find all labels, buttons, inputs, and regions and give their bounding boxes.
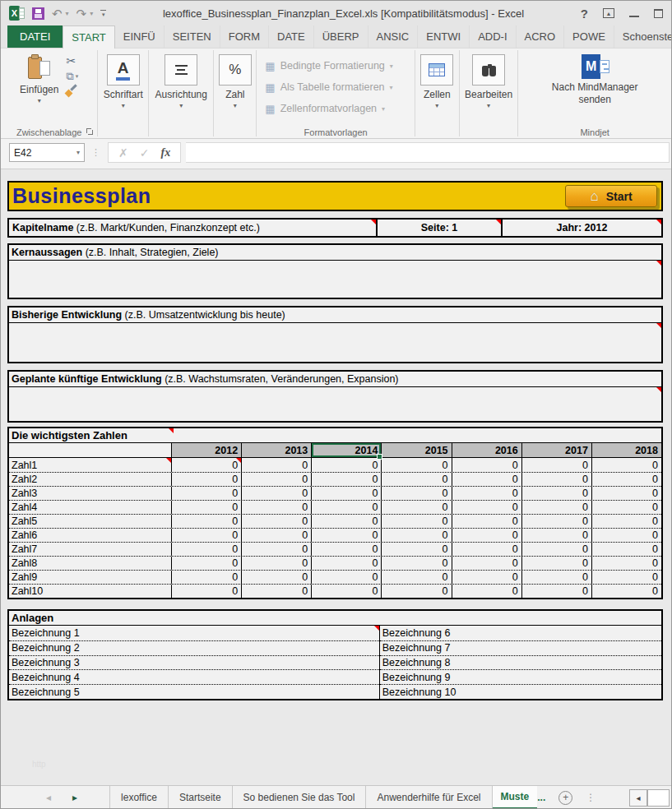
- cell-zahl8-2018[interactable]: 0: [591, 557, 661, 570]
- font-button[interactable]: A Schriftart ▾: [104, 53, 143, 109]
- cell-zahl1-2015[interactable]: 0: [381, 458, 451, 472]
- cell-zahl7-2014[interactable]: 0: [311, 543, 381, 556]
- cell-zahl2-2015[interactable]: 0: [381, 473, 451, 486]
- cell-zahl3-2012[interactable]: 0: [171, 487, 241, 500]
- ribbon-tab-entwi[interactable]: ENTWI: [418, 25, 470, 48]
- cell-zahl10-2017[interactable]: 0: [521, 585, 591, 598]
- sheet-tab-startseite[interactable]: Startseite: [169, 786, 233, 809]
- row-label-zahl4[interactable]: Zahl4: [9, 501, 171, 514]
- cell-zahl1-2013[interactable]: 0: [241, 458, 311, 472]
- ribbon-tab-date[interactable]: DATE: [269, 25, 314, 48]
- redo-icon[interactable]: ↷: [76, 7, 87, 20]
- cell-zahl3-2017[interactable]: 0: [521, 487, 591, 500]
- cell-zahl8-2014[interactable]: 0: [311, 557, 381, 570]
- ribbon-display-options-icon[interactable]: ▲: [603, 8, 614, 18]
- cell-zahl9-2016[interactable]: 0: [452, 571, 521, 584]
- attachment-item-bezeichnung-9[interactable]: Bezeichnung 9: [380, 669, 661, 684]
- cell-zahl8-2016[interactable]: 0: [452, 557, 521, 570]
- cell-zahl5-2016[interactable]: 0: [452, 515, 521, 528]
- ribbon-tab-add-i[interactable]: ADD-I: [470, 25, 516, 48]
- cell-zahl10-2013[interactable]: 0: [241, 585, 311, 598]
- cell-zahl1-2012[interactable]: 0: [171, 458, 241, 472]
- enter-icon[interactable]: ✓: [140, 146, 150, 159]
- cell-zahl5-2018[interactable]: 0: [591, 515, 661, 528]
- quick-access-customize-icon[interactable]: ▾: [100, 10, 106, 17]
- attachment-item-bezeichnung-2[interactable]: Bezeichnung 2: [9, 640, 379, 655]
- name-box-dropdown-icon[interactable]: ▾: [76, 149, 80, 156]
- year-cell[interactable]: Jahr: 2012: [501, 218, 663, 238]
- paste-dropdown-icon[interactable]: ▾: [38, 97, 41, 104]
- ribbon-tab-ansic[interactable]: ANSIC: [368, 25, 419, 48]
- row-label-zahl7[interactable]: Zahl7: [9, 543, 171, 556]
- cell-zahl7-2015[interactable]: 0: [381, 543, 451, 556]
- row-label-zahl10[interactable]: Zahl10: [9, 585, 171, 598]
- cell-zahl9-2018[interactable]: 0: [591, 571, 661, 584]
- insert-function-icon[interactable]: fx: [160, 146, 170, 159]
- cell-zahl9-2017[interactable]: 0: [521, 571, 591, 584]
- conditional-formatting-button[interactable]: ▦ Bedingte Formatierung ▾: [260, 55, 411, 76]
- cell-zahl10-2015[interactable]: 0: [381, 585, 451, 598]
- maximize-icon[interactable]: [654, 9, 663, 18]
- section-bisherige-input[interactable]: [9, 323, 661, 362]
- name-box[interactable]: E42 ▾: [9, 143, 85, 162]
- row-label-zahl2[interactable]: Zahl2: [9, 473, 171, 486]
- cell-zahl4-2015[interactable]: 0: [381, 501, 451, 514]
- year-header-2013[interactable]: 2013: [241, 443, 311, 457]
- undo-icon[interactable]: ↶: [52, 7, 63, 20]
- year-header-2015[interactable]: 2015: [381, 443, 451, 457]
- row-label-zahl9[interactable]: Zahl9: [9, 571, 171, 584]
- worksheet-area[interactable]: Businessplan ⌂ Start Kapitelname (z.B. M…: [1, 169, 671, 785]
- attachment-item-bezeichnung-8[interactable]: Bezeichnung 8: [380, 655, 661, 670]
- editing-button[interactable]: Bearbeiten ▾: [465, 53, 512, 109]
- cell-zahl6-2017[interactable]: 0: [521, 529, 591, 542]
- attachment-item-bezeichnung-6[interactable]: Bezeichnung 6: [380, 626, 661, 640]
- attachment-item-bezeichnung-1[interactable]: Bezeichnung 1: [9, 626, 379, 640]
- year-header-2014[interactable]: 2014: [311, 443, 381, 457]
- start-button[interactable]: ⌂ Start: [565, 185, 657, 207]
- sheet-tab-muste[interactable]: Muste: [493, 786, 538, 809]
- format-as-table-button[interactable]: ▦ Als Tabelle formatieren ▾: [260, 76, 411, 98]
- ribbon-tab-schoenstei[interactable]: Schoenstei...▾: [614, 25, 672, 48]
- year-header-2016[interactable]: 2016: [452, 443, 521, 457]
- format-painter-icon[interactable]: [66, 86, 77, 96]
- cell-zahl5-2012[interactable]: 0: [171, 515, 241, 528]
- font-dropdown-icon[interactable]: ▾: [122, 102, 125, 109]
- cell-zahl9-2014[interactable]: 0: [311, 571, 381, 584]
- year-header-2012[interactable]: 2012: [171, 443, 241, 457]
- cell-zahl2-2017[interactable]: 0: [521, 473, 591, 486]
- cell-zahl3-2018[interactable]: 0: [591, 487, 661, 500]
- cell-zahl2-2013[interactable]: 0: [241, 473, 311, 486]
- year-header-2017[interactable]: 2017: [521, 443, 591, 457]
- sheet-bar-options-icon[interactable]: ⋮: [586, 786, 596, 809]
- cell-zahl3-2014[interactable]: 0: [311, 487, 381, 500]
- cells-button[interactable]: Zellen ▾: [420, 53, 453, 109]
- cell-zahl6-2014[interactable]: 0: [311, 529, 381, 542]
- cell-zahl10-2012[interactable]: 0: [171, 585, 241, 598]
- clipboard-dialog-launcher-icon[interactable]: [86, 128, 94, 136]
- sheet-tab-anwenderhilfe-für-excel[interactable]: Anwenderhilfe für Excel: [366, 786, 492, 809]
- ribbon-tab-powe[interactable]: POWE: [564, 25, 614, 48]
- cell-zahl5-2017[interactable]: 0: [521, 515, 591, 528]
- ribbon-tab-datei[interactable]: DATEI: [7, 25, 63, 48]
- cell-zahl6-2015[interactable]: 0: [381, 529, 451, 542]
- cell-zahl3-2016[interactable]: 0: [452, 487, 521, 500]
- cell-zahl6-2012[interactable]: 0: [171, 529, 241, 542]
- cell-zahl4-2012[interactable]: 0: [171, 501, 241, 514]
- send-to-mindmanager-button[interactable]: M Nach MindManager senden: [552, 53, 638, 106]
- ribbon-tab-acro[interactable]: ACRO: [517, 25, 565, 48]
- cell-zahl2-2014[interactable]: 0: [311, 473, 381, 486]
- cancel-icon[interactable]: ✗: [118, 146, 128, 159]
- table-corner-cell[interactable]: [9, 443, 171, 457]
- cell-zahl4-2014[interactable]: 0: [311, 501, 381, 514]
- hscroll-left-icon[interactable]: ◂: [629, 789, 647, 807]
- sheet-nav-right-icon[interactable]: ▸: [62, 786, 88, 809]
- cell-zahl7-2018[interactable]: 0: [591, 543, 661, 556]
- cell-zahl1-2016[interactable]: 0: [452, 458, 521, 472]
- year-header-2018[interactable]: 2018: [591, 443, 661, 457]
- cell-zahl6-2018[interactable]: 0: [591, 529, 661, 542]
- cell-zahl9-2013[interactable]: 0: [241, 571, 311, 584]
- cell-zahl10-2016[interactable]: 0: [452, 585, 521, 598]
- formula-input[interactable]: [186, 142, 670, 163]
- cell-zahl9-2015[interactable]: 0: [381, 571, 451, 584]
- cell-zahl7-2017[interactable]: 0: [521, 543, 591, 556]
